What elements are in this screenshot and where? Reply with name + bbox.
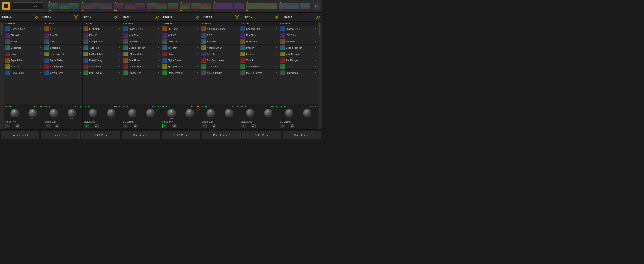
plugin-dropdown-icon[interactable]: ▼ — [79, 40, 82, 43]
plugin-row[interactable]: Env Filter ▼ — [44, 32, 82, 38]
plugin-row[interactable]: Auto Pan ▼ — [161, 45, 200, 51]
sidechain-power-btn[interactable] — [45, 124, 50, 128]
plugin-row[interactable]: Slicer ▼ — [161, 51, 200, 57]
plugin-row[interactable]: Ensemble ▼ — [4, 45, 43, 51]
plugin-row[interactable]: Saturator-X ▼ — [82, 63, 122, 70]
out-knob[interactable] — [107, 109, 116, 117]
plugin-dropdown-icon[interactable]: ▼ — [314, 59, 317, 62]
sidechain-speaker-btn[interactable]: 🔊 — [172, 124, 177, 128]
plugin-row[interactable]: Black 76 ▼ — [44, 38, 82, 45]
plugin-row[interactable]: Multi Filter ▼ — [122, 32, 161, 38]
plugin-row[interactable]: Channel Strip ▼ — [4, 26, 43, 32]
plugin-dropdown-icon[interactable]: ▼ — [79, 34, 82, 37]
plugin-row[interactable]: Compressor ▼ — [82, 38, 122, 45]
plugin-row[interactable]: White 2A ▼ — [4, 38, 43, 45]
plugin-dropdown-icon[interactable]: ▼ — [314, 53, 317, 55]
settings-button[interactable]: ⚙ — [312, 3, 320, 10]
plugin-row[interactable]: Digital Delay ▼ — [82, 57, 122, 63]
plugin-row[interactable]: Channel Strip ▼ — [240, 26, 278, 32]
plugin-row[interactable]: Auto Pan ▼ — [200, 38, 240, 45]
plugin-dropdown-icon[interactable]: ▼ — [236, 53, 238, 55]
in-knob[interactable] — [206, 109, 215, 117]
plugin-dropdown-icon[interactable]: ▼ — [314, 65, 317, 68]
plugin-row[interactable]: Tape Cassette ▼ — [44, 51, 82, 57]
plugin-row[interactable]: Stereo Imager ▼ — [200, 70, 240, 76]
plugin-row[interactable]: Env Flanger ▼ — [279, 57, 318, 63]
plugin-dropdown-icon[interactable]: ▼ — [40, 28, 42, 30]
plugin-dropdown-icon[interactable]: ▼ — [40, 53, 42, 55]
preset-button-3[interactable]: Rack 3 Preset — [82, 131, 120, 140]
sidechain-speaker-btn[interactable]: 🔊 — [54, 124, 60, 128]
plugin-row[interactable]: EQ 81 ▼ — [44, 26, 82, 32]
out-knob[interactable] — [185, 109, 194, 117]
plugin-row[interactable]: Channel Strip ▼ — [122, 26, 161, 32]
in-knob[interactable] — [285, 109, 294, 117]
plugin-dropdown-icon[interactable]: ▼ — [157, 34, 160, 37]
plugin-dropdown-icon[interactable]: ▼ — [275, 46, 278, 49]
plugin-dropdown-icon[interactable]: ▼ — [157, 71, 160, 74]
plugin-dropdown-icon[interactable]: ▼ — [236, 59, 238, 62]
plugin-row[interactable]: Auto Pan ▼ — [82, 45, 122, 51]
rack-tab-6[interactable]: 6 — [212, 0, 245, 12]
rack-tab-power-3[interactable] — [114, 9, 117, 12]
plugin-row[interactable]: Phonograph ▼ — [44, 63, 82, 70]
plugin-dropdown-icon[interactable]: ▼ — [40, 40, 42, 43]
rack-power-btn-8[interactable] — [316, 15, 320, 19]
plugin-dropdown-icon[interactable]: ▼ — [118, 59, 121, 62]
plugin-dropdown-icon[interactable]: ▼ — [118, 53, 121, 55]
plugin-row[interactable]: Inverse Reverb ▼ — [240, 70, 278, 76]
rack-tab-power-5[interactable] — [180, 9, 183, 12]
plugin-row[interactable]: ConvoRoom ▼ — [44, 70, 82, 76]
plugin-row[interactable]: ConvoRoom ▼ — [279, 70, 318, 76]
sidechain-speaker-btn[interactable]: 🔊 — [290, 124, 295, 128]
plugin-dropdown-icon[interactable]: ▼ — [157, 40, 160, 43]
preset-button-1[interactable]: Rack 1 Preset — [1, 131, 39, 140]
rack-tab-4[interactable]: 4 — [146, 0, 179, 12]
plugin-row[interactable]: Filter-O ▼ — [82, 32, 122, 38]
preset-button-4[interactable]: Rack 4 Preset — [122, 131, 160, 140]
plugin-dropdown-icon[interactable]: ▼ — [196, 40, 199, 43]
sidechain-power-btn[interactable] — [280, 124, 285, 128]
plugin-dropdown-icon[interactable]: ▼ — [157, 53, 160, 55]
in-knob[interactable] — [167, 109, 176, 117]
preset-button-5[interactable]: Rack 5 Preset* — [162, 131, 200, 140]
rack-tab-power-2[interactable] — [82, 9, 84, 12]
plugin-dropdown-icon[interactable]: ▼ — [157, 28, 160, 30]
rack-tab-power-7[interactable] — [246, 9, 249, 12]
rack-tab-power-4[interactable] — [148, 9, 150, 12]
plugin-dropdown-icon[interactable]: ▼ — [40, 71, 42, 74]
plugin-dropdown-icon[interactable]: ▼ — [196, 71, 199, 74]
plugin-dropdown-icon[interactable]: ▼ — [275, 71, 278, 74]
plugin-dropdown-icon[interactable]: ▼ — [196, 46, 199, 49]
plugin-row[interactable]: Tape Echo ▼ — [122, 57, 161, 63]
plugin-dropdown-icon[interactable]: ▼ — [118, 34, 121, 37]
plugin-dropdown-icon[interactable]: ▼ — [275, 28, 278, 30]
plugin-dropdown-icon[interactable]: ▼ — [157, 59, 160, 62]
rack-tab-power-6[interactable] — [214, 9, 216, 12]
out-knob[interactable] — [68, 109, 76, 117]
plugin-row[interactable]: Wah 47 ▼ — [161, 32, 200, 38]
rack-power-btn-1[interactable] — [34, 15, 38, 19]
plugin-row[interactable]: Bus Compressor ▼ — [200, 57, 240, 63]
rack-tab-8[interactable]: 8 — [278, 0, 311, 12]
sidechain-power-btn[interactable] — [202, 124, 206, 128]
plugin-dropdown-icon[interactable]: ▼ — [79, 65, 82, 68]
plugin-row[interactable]: Env Filter ▼ — [240, 32, 278, 38]
plugin-dropdown-icon[interactable]: ▼ — [196, 53, 199, 55]
plugin-dropdown-icon[interactable]: ▼ — [196, 34, 199, 37]
sidechain-power-btn[interactable] — [123, 124, 128, 128]
sidechain-speaker-btn[interactable]: 🔊 — [251, 124, 256, 128]
plugin-row[interactable]: Digital Delay ▼ — [44, 57, 82, 63]
rack-tab-1[interactable]: 1 — [47, 0, 80, 12]
sidechain-speaker-btn[interactable]: 🔊 — [133, 124, 138, 128]
plugin-row[interactable]: FM Modulator ▼ — [122, 51, 161, 57]
out-knob[interactable] — [303, 109, 312, 117]
plugin-dropdown-icon[interactable]: ▼ — [196, 65, 199, 68]
plugin-dropdown-icon[interactable]: ▼ — [314, 34, 317, 37]
plugin-dropdown-icon[interactable]: ▼ — [236, 28, 238, 30]
plugin-dropdown-icon[interactable]: ▼ — [40, 65, 42, 68]
plugin-dropdown-icon[interactable]: ▼ — [40, 46, 42, 49]
song-selector[interactable]: ▲▼ — [12, 3, 44, 10]
plugin-row[interactable]: Filter-M ▼ — [4, 32, 43, 38]
out-knob[interactable] — [146, 109, 154, 117]
